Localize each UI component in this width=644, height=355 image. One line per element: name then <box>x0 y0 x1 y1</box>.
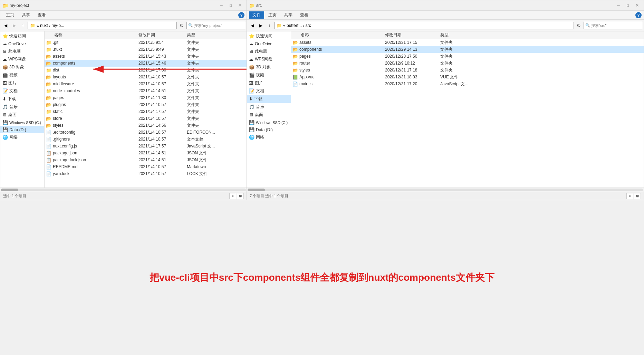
file-row[interactable]: 📂 styles 2021/1/4 14:56 文件夹 <box>45 122 247 129</box>
right-tab-view[interactable]: 查看 <box>297 11 312 19</box>
file-row[interactable]: 📄 yarn.lock 2021/1/4 10:57 LOCK 文件 <box>45 170 247 177</box>
right-details-view-btn[interactable]: ⊞ <box>634 193 641 199</box>
right-up-btn[interactable]: ↑ <box>266 22 273 29</box>
file-row[interactable]: 📂 plugins 2021/1/4 10:57 文件夹 <box>45 101 247 108</box>
right-file-row-router[interactable]: 📂 router 2020/12/9 10:12 文件夹 <box>291 60 644 67</box>
right-tab-share[interactable]: 共享 <box>281 11 296 19</box>
right-minimize-btn[interactable]: ─ <box>614 2 623 9</box>
left-col-up-arrow <box>45 31 53 39</box>
right-file-row-styles[interactable]: 📂 styles 2020/12/31 17:18 文件夹 <box>291 67 644 74</box>
left-up-btn[interactable]: ↑ <box>19 22 27 29</box>
sidebar-item-video[interactable]: 🎬视频 <box>0 71 44 79</box>
left-tab-view[interactable]: 查看 <box>34 11 49 19</box>
left-refresh-btn[interactable]: ↻ <box>178 22 185 29</box>
sidebar-item-downloads[interactable]: ⬇下载 <box>0 95 44 103</box>
left-address-path[interactable]: 📁 « nuxt › my-p... <box>28 22 177 29</box>
right-close-btn[interactable]: ✕ <box>633 2 642 9</box>
left-close-btn[interactable]: ✕ <box>236 2 244 9</box>
sidebar-item-desktop[interactable]: 🖥桌面 <box>0 111 44 119</box>
file-row[interactable]: 📁 static 2021/1/4 17:57 文件夹 <box>45 108 247 115</box>
file-row[interactable]: 📁 .nuxt 2021/1/5 9:49 文件夹 <box>45 46 247 53</box>
right-sidebar-video[interactable]: 🎬视频 <box>247 71 291 79</box>
right-sidebar-wps[interactable]: ☁WPS网盘 <box>247 55 291 63</box>
file-row[interactable]: 📋 package-lock.json 2021/1/4 14:51 JSON … <box>45 156 247 163</box>
right-sidebar-pictures[interactable]: 🖼图片 <box>247 79 291 87</box>
right-file-row-assets[interactable]: 📂 assets 2020/12/31 17:15 文件夹 <box>291 39 644 46</box>
file-row[interactable]: 📂 assets 2021/1/4 15:43 文件夹 <box>45 53 247 60</box>
sidebar-item-wps[interactable]: ☁WPS网盘 <box>0 55 44 63</box>
right-col-date-header[interactable]: 修改日期 <box>382 31 438 39</box>
file-row-components-selected[interactable]: 📂 components 2021/1/4 15:46 文件夹 <box>45 60 247 67</box>
right-list-view-btn[interactable]: ≡ <box>626 193 633 199</box>
right-tab-home[interactable]: 主页 <box>265 11 280 19</box>
left-col-date-header[interactable]: 修改日期 <box>136 31 184 39</box>
right-col-name-header[interactable]: 名称 <box>299 31 382 39</box>
sidebar-item-c-drive[interactable]: 💾Windows-SSD (C:) <box>0 119 44 126</box>
right-forward-btn[interactable]: ▶ <box>257 22 265 29</box>
right-sidebar-quick-access[interactable]: ⭐快速访问 <box>247 32 291 40</box>
file-row[interactable]: 📋 package.json 2021/1/4 14:51 JSON 文件 <box>45 150 247 156</box>
right-file-row-pages[interactable]: 📂 pages 2020/12/28 17:50 文件夹 <box>291 53 644 60</box>
right-sidebar-docs[interactable]: 📝文档 <box>247 87 291 95</box>
file-row[interactable]: 📄 nuxt.config.js 2021/1/4 17:57 JavaScri… <box>45 143 247 150</box>
file-row[interactable]: 📂 pages 2021/1/4 11:30 文件夹 <box>45 94 247 101</box>
left-minimize-btn[interactable]: ─ <box>217 2 226 9</box>
left-h-scrollbar[interactable] <box>0 188 247 192</box>
left-status-text: 选中 1 个项目 <box>3 193 26 199</box>
right-help-btn[interactable]: ? <box>635 12 642 18</box>
sidebar-item-music[interactable]: 🎵音乐 <box>0 103 44 111</box>
left-tab-share[interactable]: 共享 <box>18 11 33 19</box>
right-sidebar-d-drive[interactable]: 💾Data (D:) <box>247 126 291 133</box>
file-row[interactable]: 📂 store 2021/1/4 10:57 文件夹 <box>45 115 247 122</box>
file-row[interactable]: 📂 middleware 2021/1/4 10:57 文件夹 <box>45 80 247 87</box>
left-col-type-header[interactable]: 类型 <box>184 31 225 39</box>
right-sidebar-desktop[interactable]: 🖥桌面 <box>247 111 291 119</box>
right-sidebar-network[interactable]: 🌐网络 <box>247 133 291 141</box>
sidebar-item-pc[interactable]: 🖥此电脑 <box>0 47 44 55</box>
right-tab-file[interactable]: 文件 <box>249 11 264 19</box>
left-title-controls: ─ □ ✕ <box>217 2 244 9</box>
left-tab-home[interactable]: 主页 <box>2 11 18 19</box>
sidebar-item-d-drive[interactable]: 💾Data (D:) <box>0 126 44 133</box>
right-back-btn[interactable]: ◀ <box>248 22 256 29</box>
right-search-box[interactable]: 🔍 <box>584 22 642 29</box>
right-sidebar-onedrive[interactable]: ☁OneDrive <box>247 40 291 47</box>
right-sidebar-downloads[interactable]: ⬇下载 <box>247 95 291 103</box>
left-col-name-header[interactable]: 名称 <box>53 31 136 39</box>
left-help-btn[interactable]: ? <box>238 12 244 18</box>
sidebar-item-network[interactable]: 🌐网络 <box>0 133 44 141</box>
left-list-view-btn[interactable]: ≡ <box>229 193 236 199</box>
right-sidebar-pc[interactable]: 🖥此电脑 <box>247 47 291 55</box>
right-col-type-header[interactable]: 类型 <box>438 31 479 39</box>
file-row[interactable]: 📂 layouts 2021/1/4 10:57 文件夹 <box>45 74 247 80</box>
file-row[interactable]: 📁 .git 2021/1/5 9:54 文件夹 <box>45 39 247 46</box>
right-file-row-appvue[interactable]: 📗 App.vue 2020/12/31 18:03 VUE 文件 <box>291 74 644 80</box>
right-refresh-btn[interactable]: ↻ <box>575 22 583 29</box>
sidebar-item-pictures[interactable]: 🖼图片 <box>0 79 44 87</box>
file-row[interactable]: 📄 .editorconfig 2021/1/4 10:57 EDITORCON… <box>45 129 247 136</box>
right-sidebar-3d[interactable]: 📦3D 对象 <box>247 63 291 71</box>
sidebar-item-onedrive[interactable]: ☁OneDrive <box>0 40 44 47</box>
left-maximize-btn[interactable]: □ <box>226 2 235 9</box>
right-file-row-components-selected[interactable]: 📂 components 2020/12/29 14:13 文件夹 <box>291 46 644 53</box>
right-file-row-mainjs[interactable]: 📄 main.js 2020/12/31 17:20 JavaScript 文.… <box>291 80 644 87</box>
right-sidebar-music[interactable]: 🎵音乐 <box>247 103 291 111</box>
right-file-list: 名称 修改日期 类型 📂 assets 2020/12/31 17:15 文件夹… <box>291 31 644 188</box>
left-details-view-btn[interactable]: ⊞ <box>237 193 244 199</box>
left-forward-btn[interactable]: ▶ <box>10 22 18 29</box>
sidebar-item-docs[interactable]: 📝文档 <box>0 87 44 95</box>
right-search-input[interactable] <box>591 23 641 28</box>
right-address-path[interactable]: 📁 « butterf... › src <box>274 22 574 29</box>
left-search-input[interactable] <box>194 23 243 28</box>
left-back-btn[interactable]: ◀ <box>2 22 9 29</box>
right-h-scrollbar[interactable] <box>247 188 644 192</box>
sidebar-item-3d[interactable]: 📦3D 对象 <box>0 63 44 71</box>
right-maximize-btn[interactable]: □ <box>623 2 632 9</box>
file-row[interactable]: 📄 README.md 2021/1/4 10:57 Markdown <box>45 163 247 170</box>
file-row[interactable]: 📁 node_modules 2021/1/4 14:51 文件夹 <box>45 87 247 94</box>
left-search-box[interactable]: 🔍 <box>186 22 245 29</box>
file-row[interactable]: 📄 .gitignore 2021/1/4 10:57 文本文档 <box>45 136 247 143</box>
sidebar-item-quick-access[interactable]: ⭐快速访问 <box>0 32 44 40</box>
file-row[interactable]: 📁 dist 2021/1/4 17:00 文件夹 <box>45 67 247 74</box>
right-sidebar-c-drive[interactable]: 💾Windows-SSD (C:) <box>247 119 291 126</box>
